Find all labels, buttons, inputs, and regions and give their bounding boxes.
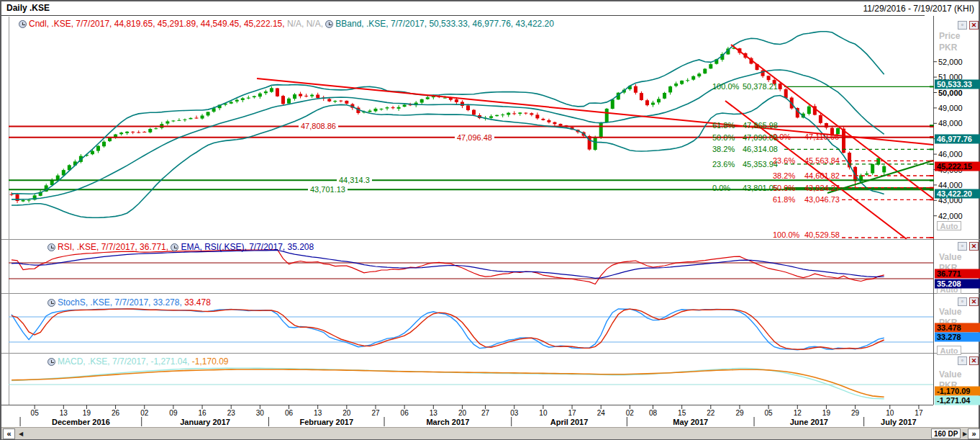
legend-rsi[interactable]: RSI, .KSE, 7/7/2017, 36.771, — [58, 242, 168, 252]
rsi-value-badge: 36.771 — [935, 269, 980, 279]
legend-macd-signal[interactable]: -1,170.09 — [192, 356, 229, 367]
fib-value-label: 47,119.06 — [804, 133, 839, 141]
date-tick-label: 05 — [765, 409, 773, 418]
date-tick-label: 30 — [256, 409, 264, 418]
legend-candle[interactable]: Cndl, .KSE, 7/7/2017, 44,819.65, 45,291.… — [29, 19, 285, 29]
pane-minimize-icon[interactable]: ▫ — [958, 21, 967, 30]
price-badge: 43,422.20 — [935, 189, 980, 199]
legend-bband[interactable]: BBand, .KSE, 7/7/2017, 50,533.33, 46,977… — [335, 19, 554, 29]
date-tick-label: 19 — [83, 409, 91, 418]
date-tick-label: 13 — [430, 409, 437, 418]
axis-unit-label: Value — [939, 307, 961, 316]
legend-rsi-ema[interactable]: EMA, RSI(.KSE), 7/7/2017, 35.208 — [181, 242, 314, 252]
date-tick-label: 29 — [735, 409, 743, 418]
fib-value-label: 45,563.84 — [804, 157, 840, 165]
date-tick-label: 08 — [649, 409, 657, 418]
line-value-label: 44,314.3 — [337, 176, 372, 184]
date-tick-label: 09 — [169, 409, 177, 418]
scroll-step-right-icon[interactable]: ▶ — [963, 429, 967, 439]
price-tick-label: 42,000 — [938, 212, 963, 220]
stochs-value-badge: 33.478 — [935, 323, 980, 333]
month-label: April 2017 — [550, 418, 589, 426]
date-tick-label: 23 — [227, 409, 235, 418]
stoch-series-icon[interactable] — [47, 299, 55, 307]
axis-unit-label: Price — [939, 32, 960, 40]
scroll-step-left-icon[interactable]: ◀ — [19, 429, 23, 439]
month-label: June 2017 — [790, 418, 828, 426]
fib-pct-label: 0.0% — [712, 184, 730, 192]
fib-value-label: 44,601.82 — [804, 172, 840, 180]
month-label: January 2017 — [180, 418, 230, 426]
candle-series-icon[interactable] — [19, 20, 27, 28]
date-tick-label: 02 — [626, 409, 634, 418]
fib-pct-label: 100.0% — [712, 83, 739, 91]
date-tick-label: 22 — [707, 409, 714, 418]
rsi-legend: RSI, .KSE, 7/7/2017, 36.771, EMA, RSI(.K… — [47, 242, 314, 252]
date-tick-label: 27 — [371, 409, 379, 418]
date-tick-label: 24 — [597, 409, 605, 418]
pane-minimize-icon[interactable]: ▫ — [958, 297, 967, 306]
fib-pct-label: 61.8% — [712, 122, 735, 130]
macd-series-icon[interactable] — [47, 358, 55, 366]
date-tick-label: 20 — [342, 409, 350, 418]
pane-minimize-icon[interactable]: ▫ — [958, 242, 967, 251]
window-title: Daily .KSE — [6, 4, 50, 12]
price-tick-label: 44,000 — [938, 181, 963, 189]
fib-pct-label: 0.0% — [773, 133, 791, 141]
macd-legend: MACD, .KSE, 7/7/2017, -1,271.04, -1,170.… — [47, 356, 229, 367]
chart-window: Daily .KSE 11/29/2016 - 7/19/2017 (KHI) … — [0, 0, 980, 440]
date-tick-label: 29 — [851, 409, 859, 418]
date-tick-label: 02 — [140, 409, 148, 418]
date-tick-label: 27 — [481, 409, 489, 418]
axis-unit-label: Value — [939, 253, 961, 261]
date-tick-label: 13 — [60, 409, 68, 418]
stochs-value-badge: 33.278 — [935, 333, 980, 342]
pane-close-icon[interactable]: ✕ — [969, 297, 979, 306]
pane-close-icon[interactable]: ✕ — [969, 21, 979, 30]
date-tick-label: 17 — [915, 409, 922, 418]
date-tick-label: 20 — [458, 409, 466, 418]
rsi-value-badge: 35.208 — [935, 279, 980, 288]
fib-value-label: 46,314.08 — [743, 145, 778, 153]
price-badge: 50,533.33 — [935, 80, 980, 89]
scroll-far-right-button[interactable]: » — [968, 428, 980, 439]
legend-stoch-d[interactable]: 33.478 — [184, 297, 211, 307]
fib-pct-label: 23.6% — [773, 157, 795, 165]
legend-macd[interactable]: MACD, .KSE, 7/7/2017, -1,271.04, — [58, 356, 189, 367]
pane-minimize-icon[interactable]: ▫ — [958, 356, 967, 365]
price-tick-label: 52,000 — [938, 58, 963, 66]
horizontal-scrollbar[interactable] — [1, 427, 979, 439]
line-value-label: 43,701.13 — [308, 186, 348, 194]
date-tick-label: 26 — [112, 409, 119, 418]
legend-stoch[interactable]: StochS, .KSE, 7/7/2017, 33.278, — [58, 297, 182, 307]
bband-series-icon[interactable] — [325, 20, 333, 28]
rsi-series-icon[interactable] — [47, 243, 55, 251]
fib-pct-label: 50.0% — [712, 133, 735, 141]
main-legend: Cndl, .KSE, 7/7/2017, 44,819.65, 45,291.… — [19, 19, 554, 29]
date-tick-label: 13 — [314, 409, 322, 418]
price-badge: 46,977.76 — [935, 135, 980, 144]
auto-button[interactable]: Auto — [937, 346, 961, 355]
axis-unit-label: Value — [939, 370, 961, 379]
stoch-legend: StochS, .KSE, 7/7/2017, 33.278, 33.478 — [47, 297, 211, 307]
date-tick-label: 10 — [539, 409, 547, 418]
fib-value-label: 50,378.21 — [743, 83, 778, 91]
date-range-label: 11/29/2016 - 7/19/2017 (KHI) — [863, 4, 974, 13]
pane-close-icon[interactable]: ✕ — [969, 242, 979, 251]
auto-button[interactable]: Auto — [937, 221, 961, 230]
date-tick-label: 15 — [678, 409, 686, 418]
line-value-label: 47,808.86 — [299, 122, 338, 130]
price-badge: 45,222.15 — [935, 161, 980, 171]
month-label: March 2017 — [426, 418, 469, 426]
price-tick-label: 49,000 — [938, 104, 963, 112]
pane-close-icon[interactable]: ✕ — [969, 356, 979, 365]
scroll-far-left-button[interactable]: « — [3, 428, 15, 439]
ema-series-icon[interactable] — [171, 243, 178, 251]
date-tick-label: 10 — [886, 409, 894, 418]
date-tick-label: 17 — [568, 409, 576, 418]
axis-currency-label: PKR — [939, 43, 957, 52]
date-tick-label: 16 — [198, 409, 206, 418]
fib-pct-label: 100.0% — [773, 231, 799, 239]
data-points-button[interactable]: 160 DP — [931, 428, 961, 439]
fib-pct-label: 23.6% — [712, 160, 735, 168]
